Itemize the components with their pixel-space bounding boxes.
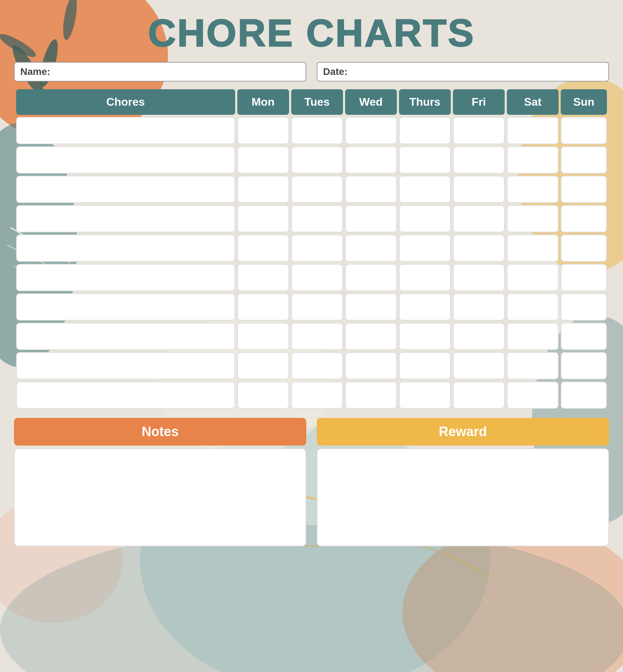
- check-fri-row-4[interactable]: [453, 234, 505, 262]
- check-fri-row-8[interactable]: [453, 352, 505, 379]
- check-mon-row-0[interactable]: [237, 117, 289, 144]
- check-fri-row-3[interactable]: [453, 205, 505, 232]
- date-label: Date:: [323, 66, 348, 77]
- check-wed-row-6[interactable]: [345, 293, 397, 321]
- check-sat-row-3[interactable]: [507, 205, 559, 232]
- check-tues-row-8[interactable]: [291, 352, 343, 379]
- check-thurs-row-7[interactable]: [399, 323, 451, 350]
- check-tues-row-1[interactable]: [291, 146, 343, 174]
- check-mon-row-6[interactable]: [237, 293, 289, 321]
- check-wed-row-8[interactable]: [345, 352, 397, 379]
- check-thurs-row-4[interactable]: [399, 234, 451, 262]
- check-wed-row-2[interactable]: [345, 176, 397, 203]
- check-wed-row-4[interactable]: [345, 234, 397, 262]
- check-fri-row-2[interactable]: [453, 176, 505, 203]
- check-tues-row-0[interactable]: [291, 117, 343, 144]
- check-wed-row-0[interactable]: [345, 117, 397, 144]
- check-mon-row-1[interactable]: [237, 146, 289, 174]
- check-sun-row-7[interactable]: [561, 323, 607, 350]
- check-mon-row-9[interactable]: [237, 382, 289, 409]
- check-fri-row-5[interactable]: [453, 264, 505, 291]
- chore-input-9[interactable]: [21, 385, 230, 405]
- check-sun-row-3[interactable]: [561, 205, 607, 232]
- check-wed-row-3[interactable]: [345, 205, 397, 232]
- check-wed-row-5[interactable]: [345, 264, 397, 291]
- check-fri-row-0[interactable]: [453, 117, 505, 144]
- reward-body[interactable]: [317, 448, 609, 546]
- check-tues-row-6[interactable]: [291, 293, 343, 321]
- notes-area: Notes: [14, 418, 306, 546]
- check-mon-row-7[interactable]: [237, 323, 289, 350]
- name-input[interactable]: [54, 67, 300, 77]
- check-sat-row-8[interactable]: [507, 352, 559, 379]
- notes-body[interactable]: [14, 448, 306, 546]
- check-thurs-row-9[interactable]: [399, 382, 451, 409]
- tues-header: Tues: [291, 89, 343, 115]
- check-mon-row-8[interactable]: [237, 352, 289, 379]
- chore-cell-6[interactable]: [16, 293, 235, 321]
- check-tues-row-2[interactable]: [291, 176, 343, 203]
- chore-cell-0[interactable]: [16, 117, 235, 144]
- check-thurs-row-1[interactable]: [399, 146, 451, 174]
- check-sun-row-2[interactable]: [561, 176, 607, 203]
- check-sun-row-9[interactable]: [561, 382, 607, 409]
- check-fri-row-7[interactable]: [453, 323, 505, 350]
- check-fri-row-1[interactable]: [453, 146, 505, 174]
- chore-cell-7[interactable]: [16, 323, 235, 350]
- check-thurs-row-6[interactable]: [399, 293, 451, 321]
- check-thurs-row-2[interactable]: [399, 176, 451, 203]
- check-fri-row-6[interactable]: [453, 293, 505, 321]
- check-mon-row-2[interactable]: [237, 176, 289, 203]
- check-thurs-row-5[interactable]: [399, 264, 451, 291]
- chore-cell-4[interactable]: [16, 234, 235, 262]
- check-sat-row-1[interactable]: [507, 146, 559, 174]
- chore-input-0[interactable]: [21, 120, 230, 141]
- check-sun-row-1[interactable]: [561, 146, 607, 174]
- chore-input-5[interactable]: [21, 267, 230, 288]
- check-thurs-row-0[interactable]: [399, 117, 451, 144]
- check-thurs-row-8[interactable]: [399, 352, 451, 379]
- check-wed-row-7[interactable]: [345, 323, 397, 350]
- chore-cell-3[interactable]: [16, 205, 235, 232]
- check-mon-row-4[interactable]: [237, 234, 289, 262]
- chore-input-3[interactable]: [21, 209, 230, 229]
- chore-input-2[interactable]: [21, 179, 230, 200]
- check-sat-row-6[interactable]: [507, 293, 559, 321]
- check-sat-row-7[interactable]: [507, 323, 559, 350]
- thurs-header: Thurs: [399, 89, 451, 115]
- chore-cell-8[interactable]: [16, 352, 235, 379]
- check-tues-row-5[interactable]: [291, 264, 343, 291]
- check-sat-row-4[interactable]: [507, 234, 559, 262]
- check-sun-row-5[interactable]: [561, 264, 607, 291]
- check-sun-row-0[interactable]: [561, 117, 607, 144]
- chore-cell-9[interactable]: [16, 382, 235, 409]
- check-sun-row-6[interactable]: [561, 293, 607, 321]
- check-sun-row-8[interactable]: [561, 352, 607, 379]
- chore-cell-2[interactable]: [16, 176, 235, 203]
- chore-cell-1[interactable]: [16, 146, 235, 174]
- check-sun-row-4[interactable]: [561, 234, 607, 262]
- chore-input-4[interactable]: [21, 238, 230, 258]
- check-mon-row-3[interactable]: [237, 205, 289, 232]
- check-sat-row-2[interactable]: [507, 176, 559, 203]
- table-header-row: Chores Mon Tues Wed Thurs Fri Sa: [16, 89, 607, 115]
- check-sat-row-5[interactable]: [507, 264, 559, 291]
- check-tues-row-3[interactable]: [291, 205, 343, 232]
- check-tues-row-7[interactable]: [291, 323, 343, 350]
- check-mon-row-5[interactable]: [237, 264, 289, 291]
- check-tues-row-9[interactable]: [291, 382, 343, 409]
- check-tues-row-4[interactable]: [291, 234, 343, 262]
- check-wed-row-1[interactable]: [345, 146, 397, 174]
- chore-input-1[interactable]: [21, 150, 230, 170]
- check-thurs-row-3[interactable]: [399, 205, 451, 232]
- check-sat-row-9[interactable]: [507, 382, 559, 409]
- table-row: [16, 264, 607, 291]
- check-fri-row-9[interactable]: [453, 382, 505, 409]
- chore-input-8[interactable]: [21, 356, 230, 376]
- chore-input-7[interactable]: [21, 326, 230, 346]
- date-input[interactable]: [351, 67, 603, 77]
- check-sat-row-0[interactable]: [507, 117, 559, 144]
- chore-cell-5[interactable]: [16, 264, 235, 291]
- chore-input-6[interactable]: [21, 297, 230, 317]
- check-wed-row-9[interactable]: [345, 382, 397, 409]
